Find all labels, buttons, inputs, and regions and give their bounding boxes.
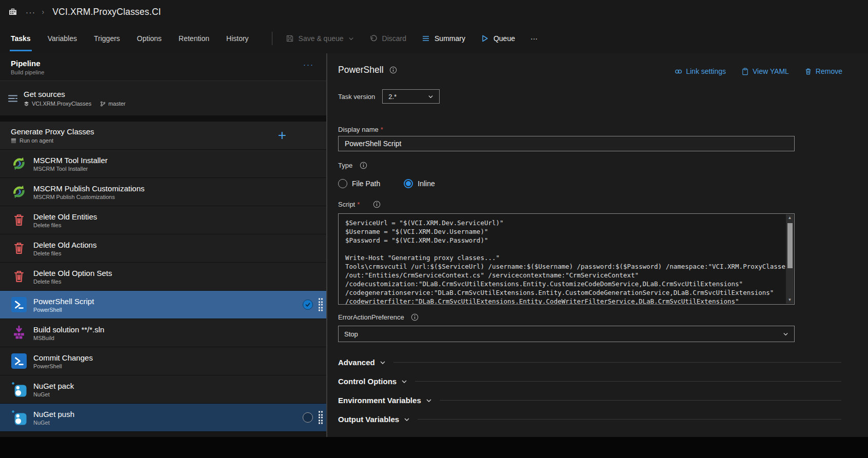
task-row-nuget-push[interactable]: NuGet pushNuGet [0,404,326,432]
view-yaml-button[interactable]: View YAML [741,67,789,75]
script-label: Script [338,201,355,208]
chevron-down-icon [348,36,354,42]
task-row-delete-old-actions[interactable]: Delete Old ActionsDelete files [0,234,326,263]
button-label: ··· [530,34,538,43]
info-icon[interactable] [360,162,367,169]
link-icon [675,68,682,75]
section-label: Output Variables [338,415,399,424]
tab-retention[interactable]: Retention [179,24,209,53]
breadcrumb-more-button[interactable]: ··· [26,8,36,16]
info-icon[interactable] [373,201,381,208]
get-sources-row[interactable]: Get sources VCI.XRM.ProxyClasses master [0,81,326,115]
script-scrollbar[interactable]: ▲ ▼ [786,214,794,304]
task-row-commit-changes[interactable]: Commit ChangesPowerShell [0,347,326,375]
scroll-up-icon[interactable]: ▲ [788,216,792,220]
section-environment-variables[interactable]: Environment Variables [338,391,841,410]
summary-button[interactable]: Summary [422,34,465,43]
pipeline-subtitle: Build pipeline [11,69,44,75]
tab-history[interactable]: History [226,24,249,53]
tab-options[interactable]: Options [137,24,162,53]
tab-tasks[interactable]: Tasks [11,24,31,53]
task-title: Delete Old Option Sets [33,269,112,277]
task-subtitle: PowerShell [33,363,93,369]
type-label: Type [338,162,352,169]
error-action-select[interactable]: Stop [338,326,795,342]
get-sources-icon [7,93,18,104]
scrollbar-thumb[interactable] [787,223,793,268]
section-control-options[interactable]: Control Options [338,372,841,391]
agent-job-row[interactable]: Generate Proxy Classes Run on agent + [0,122,326,150]
project-icon[interactable] [8,7,17,16]
script-editor[interactable]: $ServiceUrl = "$(VCI.XRM.Dev.ServiceUrl)… [339,214,794,304]
radio-inline[interactable]: Inline [404,179,435,188]
nuget-icon [11,382,27,397]
summary-icon [422,34,430,43]
nuget-icon [11,410,27,425]
section-output-variables[interactable]: Output Variables [338,410,841,429]
task-selected-check-circle[interactable] [303,300,313,310]
display-name-input[interactable] [338,136,795,151]
pipeline-header[interactable]: Pipeline Build pipeline ··· [0,53,326,81]
task-row-powershell-script[interactable]: PowerShell ScriptPowerShell [0,291,326,319]
action-label: Remove [816,67,842,75]
task-list: MSCRM Tool InstallerMSCRM Tool Installer… [0,150,326,432]
radio-file-path[interactable]: File Path [338,179,380,188]
type-radio-group: File PathInline [338,179,435,188]
task-row-mscrm-tool-installer[interactable]: MSCRM Tool InstallerMSCRM Tool Installer [0,150,326,178]
toolbar-divider [272,32,272,45]
info-icon[interactable] [389,66,397,74]
pipeline-panel: Pipeline Build pipeline ··· Get sources … [0,53,327,437]
button-label: Discard [382,34,406,43]
remove-button[interactable]: Remove [804,67,842,75]
collapsed-sections: AdvancedControl OptionsEnvironment Varia… [338,353,841,429]
task-title: MSCRM Publish Customizations [33,184,145,193]
task-subtitle: MSBuild [33,335,104,341]
task-title: Build solution **/*.sln [33,325,104,334]
chevron-down-icon [380,360,386,366]
tab-triggers[interactable]: Triggers [94,24,120,53]
task-title: Commit Changes [33,353,93,362]
task-subtitle: Delete files [33,278,112,285]
mscrm-icon [11,156,27,171]
save-queue-button[interactable]: Save & queue [286,34,354,43]
add-task-button[interactable]: + [278,128,286,143]
info-icon[interactable] [411,313,419,321]
task-version-select[interactable]: 2.* [382,89,440,104]
task-select-circle[interactable] [303,412,313,423]
chevron-down-icon [428,94,433,99]
button-label: Summary [435,34,465,43]
section-divider [440,400,841,401]
branch-name: master [108,101,126,107]
moretoolbar-overflow-button[interactable]: ··· [530,34,538,43]
section-label: Control Options [338,377,397,386]
scroll-down-icon[interactable]: ▼ [788,298,792,302]
section-label: Advanced [338,358,375,367]
yaml-icon [741,68,749,75]
drag-handle[interactable] [319,411,323,424]
pipeline-title: Pipeline [11,59,44,68]
queue-button[interactable]: Queue [481,34,515,43]
top-bar: ··· › VCI.XRM.ProxyClasses.CI [0,0,868,24]
tabs: TasksVariablesTriggersOptionsRetentionHi… [11,24,266,53]
task-row-delete-old-option-sets[interactable]: Delete Old Option SetsDelete files [0,263,326,291]
branch-icon [100,101,106,107]
pipeline-more-button[interactable]: ··· [303,60,314,69]
required-asterisk: * [357,201,360,208]
radio-label: Inline [418,180,435,188]
save-icon [286,34,294,43]
task-row-delete-old-entities[interactable]: Delete Old EntitiesDelete files [0,206,326,234]
repo-name: VCI.XRM.ProxyClasses [32,101,91,107]
page-title: VCI.XRM.ProxyClasses.CI [52,7,161,17]
discard-button[interactable]: Discard [369,34,406,43]
tab-variables[interactable]: Variables [48,24,77,53]
task-row-nuget-pack[interactable]: NuGet packNuGet [0,375,326,404]
task-row-build-solution-sln[interactable]: Build solution **/*.slnMSBuild [0,319,326,347]
delete-icon [11,212,27,228]
agent-job-subtitle: Run on agent [19,137,53,144]
section-advanced[interactable]: Advanced [338,353,841,372]
script-editor-box: $ServiceUrl = "$(VCI.XRM.Dev.ServiceUrl)… [338,213,795,305]
task-row-mscrm-publish-customizations[interactable]: MSCRM Publish CustomizationsMSCRM Publis… [0,178,326,206]
task-detail-panel: PowerShell Link settingsView YAMLRemove … [327,53,868,437]
drag-handle[interactable] [319,298,323,311]
link-settings-button[interactable]: Link settings [675,67,726,75]
